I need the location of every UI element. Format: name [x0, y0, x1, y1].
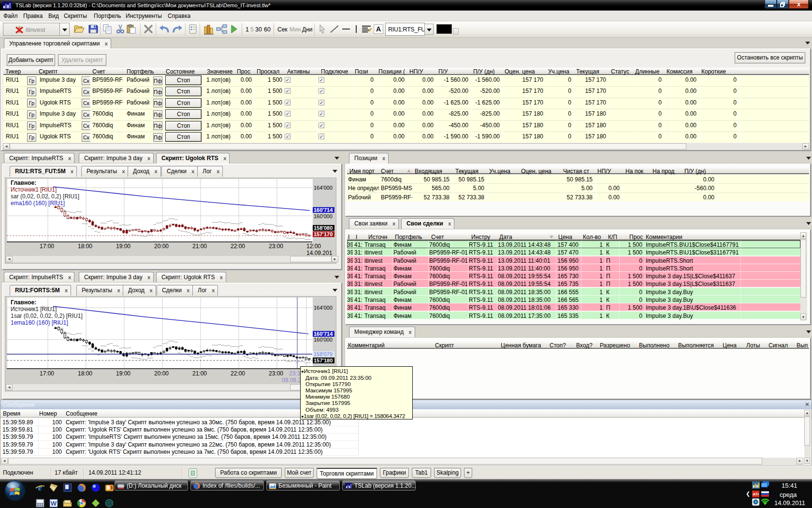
svg-text:e: e	[38, 483, 43, 493]
svg-text:ATI: ATI	[753, 492, 758, 496]
svg-text:W: W	[51, 500, 57, 507]
